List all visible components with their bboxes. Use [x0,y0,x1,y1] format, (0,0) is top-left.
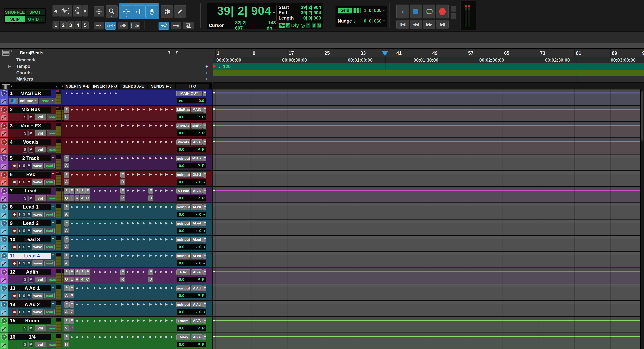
send-slot-empty[interactable]: ▶ [160,188,162,192]
insert-slot-empty[interactable] [71,206,73,208]
io-output-button[interactable]: Ot1-2 [191,172,202,178]
send-slot-empty[interactable]: ▶ [132,124,134,128]
insert-slot-empty[interactable] [82,206,83,208]
send-slot-empty[interactable]: ▶ [155,188,157,192]
insert-slot-assigned[interactable] [70,285,74,292]
solo-button[interactable]: S [22,163,26,169]
mute-clear-chip[interactable]: M [317,22,322,28]
waveform-zoom-button[interactable] [58,5,72,17]
solo-button[interactable]: S [22,293,26,299]
io-fader-icon[interactable] [203,139,206,145]
insert-slot-empty[interactable] [115,174,117,176]
insert-slot-empty[interactable] [82,141,83,143]
volume-readout[interactable]: 0.0 [199,98,206,103]
io-input-button[interactable]: Delay [176,334,190,340]
insert-slot-assigned[interactable] [70,188,74,194]
insert-slot-empty[interactable] [110,206,111,208]
insert-slot-empty[interactable] [76,125,78,127]
io-value-box[interactable]: 0.0▸0◂ [177,309,206,315]
insert-plugin-chip[interactable]: A [64,293,69,298]
send-slot-empty[interactable]: ▶ [150,124,152,128]
track-height-zoom-button[interactable] [73,5,82,17]
insert-slot-empty[interactable] [94,222,96,224]
insert-slot-empty[interactable] [110,158,111,159]
io-output-button[interactable]: MxBs [191,123,202,129]
send-slot-empty[interactable]: ▶ [121,286,124,290]
target-icon[interactable]: ◎ [300,22,305,28]
send-slot-empty[interactable]: ▶ [171,254,173,258]
send-slot-empty[interactable]: ▶ [165,172,168,176]
track-expand-icon[interactable]: ▼ [1,334,7,340]
insert-slot-empty[interactable] [76,174,78,176]
track-lane[interactable] [213,333,644,349]
insert-plugin-chip[interactable]: Q [64,195,69,201]
rewind-button[interactable]: ◀◀ [410,20,422,29]
insert-slot-empty[interactable] [110,288,111,289]
track-expand-icon[interactable]: ▼ [1,204,7,210]
meter-view-dropdown-icon[interactable]: ▼ [61,85,64,88]
send-slot-empty[interactable]: ▶ [160,156,162,160]
insert-slot-empty[interactable] [104,206,106,208]
send-slot-empty[interactable]: ▶ [150,205,152,209]
send-slot-empty[interactable]: ▶ [150,254,152,258]
insert-slot-empty[interactable] [76,320,78,322]
mode-shuffle-button[interactable]: SHUFFLE [5,9,25,15]
send-slot-empty[interactable]: ▶ [132,270,134,274]
volume-readout[interactable]: 0.0 [177,326,184,330]
track-lane[interactable] [213,301,644,316]
io-fader-icon[interactable] [203,90,206,96]
stop-button[interactable] [410,4,422,18]
track-lane[interactable] [213,106,644,121]
record-arm-button[interactable] [12,228,17,234]
track-lane[interactable] [213,138,644,154]
track-name[interactable]: Mix Bus [12,106,51,112]
selection-end-value[interactable]: 39| 2| 904 [301,10,321,15]
insert-slot-empty[interactable] [76,206,78,208]
send-slot-empty[interactable]: ▶ [121,254,124,258]
insert-plugin-chip[interactable]: A [64,212,69,217]
insert-slot-empty[interactable] [104,288,106,289]
send-slot-empty[interactable]: ▶ [165,221,168,225]
send-slot-empty[interactable]: ▶ [132,172,134,176]
send-slot-empty[interactable]: ▶ [142,286,145,290]
playhead-marker[interactable] [382,51,388,56]
send-slot-empty[interactable]: ▶ [142,156,145,160]
volume-readout[interactable]: 0.0 [177,293,184,298]
insert-slot-assigned[interactable] [64,334,69,340]
elastic-audio-icon[interactable] [1,213,6,218]
pan-readout[interactable]: PP [198,342,206,347]
send-slot-empty[interactable]: ▶ [160,335,162,339]
insert-slot-empty[interactable] [94,320,96,322]
io-value-box[interactable]: 0.0PP [177,146,206,152]
nudge-value[interactable]: 0| 0| 060 [364,18,382,24]
send-slot-empty[interactable]: ▶ [160,107,162,111]
delay-compensation-label[interactable]: Dly [291,22,299,28]
markers-ruler-timeline[interactable] [213,76,644,83]
pan-readout[interactable]: ▸0◂ [196,261,206,266]
transport-expand-button-1[interactable] [451,6,456,12]
automation-mode-selector[interactable]: read [44,163,54,169]
playlist-selector-icon[interactable]: ▼ [52,286,54,289]
insert-slot-empty[interactable] [82,109,83,110]
io-fader-icon[interactable] [203,302,206,308]
fast-forward-button[interactable]: ▶▶ [423,20,436,29]
insert-slot-empty[interactable] [87,304,88,306]
track-lane[interactable] [213,171,644,186]
volume-readout[interactable]: 0.0 [177,310,184,314]
track-name[interactable]: 1/4 [15,334,51,340]
send-slot-empty[interactable]: ▶ [165,205,168,209]
insert-slot-empty[interactable] [115,125,117,127]
mute-button[interactable]: M [27,228,31,234]
volume-readout[interactable]: 0.0 [177,147,184,152]
insert-slot-empty[interactable] [82,255,83,257]
track-lane[interactable] [213,317,644,332]
post-roll-flag[interactable] [176,51,178,54]
mute-button[interactable]: M [27,179,31,185]
send-slot-empty[interactable]: ▶ [171,124,173,128]
send-slot-empty[interactable]: ▶ [137,254,140,258]
trim-tool-button[interactable]: ▼ [120,5,132,18]
send-slot-empty[interactable]: ▶ [150,107,152,111]
volume-readout[interactable]: 0.0 [177,115,184,119]
insert-slot-empty[interactable] [115,222,117,224]
insert-slot-empty[interactable] [115,336,117,338]
